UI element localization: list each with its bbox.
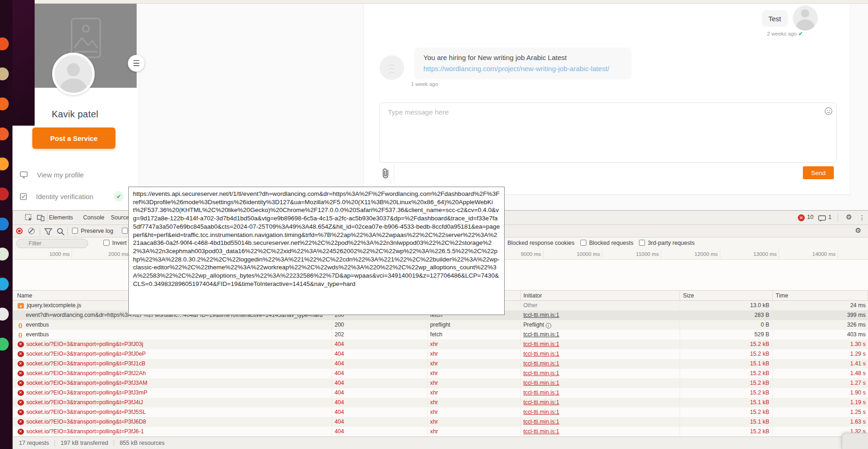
clock-dock-icon[interactable] xyxy=(0,248,9,261)
settings-gear-icon[interactable]: ⚙ xyxy=(843,210,855,224)
read-check-icon: ✔ xyxy=(798,30,803,37)
tab-console[interactable]: Console xyxy=(80,211,107,224)
initiator-link[interactable]: tccl-tti.min.js:1 xyxy=(523,312,559,318)
search-icon[interactable] xyxy=(57,228,65,236)
request-size: 283 B xyxy=(680,310,773,320)
error-count-icon[interactable]: ✕ xyxy=(798,214,805,221)
blocked-cookies-checkbox[interactable]: Blocked response cookies xyxy=(499,240,574,246)
initiator-link[interactable]: tccl-tti.min.js:1 xyxy=(523,428,559,435)
invert-checkbox[interactable]: Invert xyxy=(103,240,127,246)
inspect-element-icon[interactable] xyxy=(25,214,33,222)
request-name: socket.io/?EIO=3&transport=polling&t=P3f… xyxy=(26,398,143,407)
message-input[interactable] xyxy=(388,108,817,157)
column-header-time[interactable]: Time xyxy=(773,291,868,301)
send-button[interactable]: Send xyxy=(803,166,834,179)
failed-request-icon: ✕ xyxy=(18,351,24,357)
table-row[interactable]: ✕socket.io/?EIO=3&transport=polling&t=P3… xyxy=(13,427,868,437)
request-initiator: tccl-tti.min.js:1 xyxy=(521,369,680,378)
initiator-link[interactable]: tccl-tti.min.js:1 xyxy=(523,419,559,425)
tab-elements[interactable]: Elements xyxy=(46,211,76,224)
table-row[interactable]: {}eventbus 202 fetch tccl-tti.min.js:1 5… xyxy=(13,330,868,340)
app-orange-dock-icon[interactable] xyxy=(0,37,9,50)
third-party-requests-checkbox[interactable]: 3rd-party requests xyxy=(639,240,694,246)
table-row[interactable]: ✕socket.io/?EIO=3&transport=polling&t=P3… xyxy=(13,359,868,369)
initiator-link[interactable]: tccl-tti.min.js:1 xyxy=(523,360,559,367)
network-settings-gear-icon[interactable]: ⚙ xyxy=(852,224,864,237)
request-size: 15.2 kB xyxy=(680,369,773,378)
record-network-log-button[interactable] xyxy=(16,228,23,234)
clear-network-log-button[interactable] xyxy=(28,228,35,234)
device-toolbar-icon[interactable] xyxy=(37,214,45,222)
request-name: socket.io/?EIO=3&transport=polling&t=P3f… xyxy=(26,340,143,349)
request-type: xhr xyxy=(428,417,521,427)
sidebar-item-view-profile[interactable]: View my profile xyxy=(20,171,84,179)
initiator-link[interactable]: tccl-tti.min.js:1 xyxy=(523,370,559,376)
request-initiator: tccl-tti.min.js:1 xyxy=(521,427,680,437)
vscode-dock-icon[interactable] xyxy=(0,218,9,231)
column-header-size[interactable]: Size xyxy=(680,291,773,301)
request-status: 404 xyxy=(332,398,428,407)
preserve-log-checkbox[interactable]: Preserve log xyxy=(72,228,113,234)
spotify-dock-icon[interactable] xyxy=(0,338,9,351)
profile-menu-button[interactable]: ☰ xyxy=(128,55,145,72)
filter-funnel-icon[interactable] xyxy=(44,228,52,236)
script-file-icon xyxy=(18,303,24,309)
request-name: jquery.textcomplete.js xyxy=(27,301,81,310)
table-row[interactable]: ✕socket.io/?EIO=3&transport=polling&t=P3… xyxy=(13,407,868,417)
request-name: socket.io/?EIO=3&transport=polling&t=P3f… xyxy=(26,369,146,378)
checkbox-icon xyxy=(20,193,27,200)
table-row[interactable]: ✕socket.io/?EIO=3&transport=polling&t=P3… xyxy=(13,378,868,388)
sidebar-item-identity-verification[interactable]: Identity verification ✔ xyxy=(20,191,124,201)
corner-overlay[interactable] xyxy=(842,433,868,449)
error-count[interactable]: 10 xyxy=(807,214,814,220)
browser-page: Kavik patel Post a Service View my profi… xyxy=(35,0,868,210)
app-store-dock-icon[interactable] xyxy=(0,97,9,110)
initiator-link[interactable]: tccl-tti.min.js:1 xyxy=(523,380,559,386)
table-row[interactable]: ✕socket.io/?EIO=3&transport=polling&t=P3… xyxy=(13,388,868,398)
table-row[interactable]: ✕socket.io/?EIO=3&transport=polling&t=P3… xyxy=(13,417,868,427)
attachment-icon[interactable] xyxy=(380,167,392,179)
sublime-text-dock-icon[interactable] xyxy=(0,158,9,170)
table-row[interactable]: ✕socket.io/?EIO=3&transport=polling&t=P3… xyxy=(13,369,868,378)
initiator-link[interactable]: tccl-tti.min.js:1 xyxy=(523,341,559,347)
table-row[interactable]: ✕socket.io/?EIO=3&transport=polling&t=P3… xyxy=(13,398,868,407)
message-time: 1 week ago xyxy=(411,81,438,87)
transferred-size: 197 kB transferred xyxy=(60,440,108,446)
column-header-initiator[interactable]: Initiator xyxy=(521,291,680,301)
blocked-requests-checkbox[interactable]: Blocked requests xyxy=(580,240,633,246)
profile-avatar[interactable] xyxy=(52,53,95,95)
request-initiator: Preflighti xyxy=(521,320,680,330)
initiator-link[interactable]: tccl-tti.min.js:1 xyxy=(523,351,559,357)
text-editor-dock-icon[interactable] xyxy=(0,308,9,321)
initiator-link[interactable]: tccl-tti.min.js:1 xyxy=(523,409,559,415)
request-status: 404 xyxy=(332,417,428,427)
app-red-z-dock-icon[interactable] xyxy=(0,188,9,200)
chat-panel: Test 2 weeks ago ✔ ︿︿︿ You are hiring fo… xyxy=(363,4,850,195)
tasks-dock-icon[interactable] xyxy=(0,127,9,140)
preflight-info-icon[interactable]: i xyxy=(546,323,551,328)
failed-request-icon: ✕ xyxy=(18,429,24,435)
skype-dock-icon[interactable] xyxy=(0,278,9,291)
request-type: xhr xyxy=(428,388,521,398)
table-row[interactable]: ✕socket.io/?EIO=3&transport=polling&t=P3… xyxy=(13,349,868,359)
table-row[interactable]: {}eventbus 200 preflight Preflighti 0 B … xyxy=(13,320,868,330)
verified-check-icon: ✔ xyxy=(114,191,124,201)
message-link[interactable]: https://wordlancing.com/project/new-writ… xyxy=(423,65,622,73)
issues-count[interactable]: 1 xyxy=(828,214,832,220)
divider xyxy=(67,227,68,236)
more-options-icon[interactable]: ⋮ xyxy=(856,211,868,224)
request-name: socket.io/?EIO=3&transport=polling&t=P3f… xyxy=(26,359,145,369)
issues-icon[interactable] xyxy=(818,215,826,223)
post-service-button[interactable]: Post a Service xyxy=(32,127,115,149)
initiator-link[interactable]: tccl-tti.min.js:1 xyxy=(523,331,559,338)
initiator-link[interactable]: tccl-tti.min.js:1 xyxy=(523,399,559,406)
files-dock-icon[interactable] xyxy=(0,67,9,80)
filter-input[interactable]: Filter xyxy=(16,239,88,248)
request-time: 1.29 s xyxy=(773,349,868,359)
request-initiator: tccl-tti.min.js:1 xyxy=(521,378,680,388)
initiator-link[interactable]: tccl-tti.min.js:1 xyxy=(523,389,559,396)
table-row[interactable]: ✕socket.io/?EIO=3&transport=polling&t=P3… xyxy=(13,340,868,349)
request-time: 1.90 s xyxy=(773,388,868,398)
request-time: 1.30 s xyxy=(773,340,868,349)
emoji-icon[interactable] xyxy=(825,107,832,115)
